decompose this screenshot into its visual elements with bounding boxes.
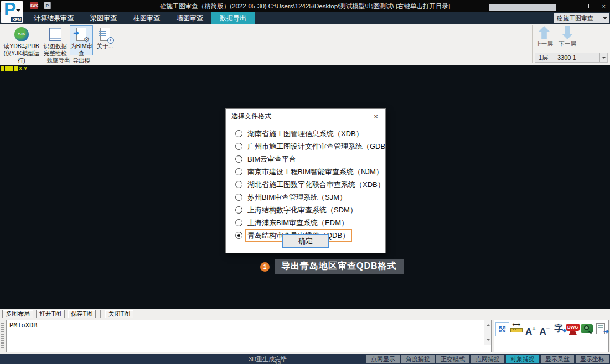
- doc-info-icon: i: [98, 27, 112, 41]
- floor-height-value: 3300 1: [557, 54, 599, 61]
- export-drawing-icon[interactable]: ➜: [594, 322, 608, 336]
- button-label: 识图数据: [44, 43, 67, 50]
- window-title: 砼施工图审查（精简版）(2022-05-30) C:\Users\12425\D…: [160, 2, 451, 11]
- button-label: 读YDB写PDB: [4, 43, 39, 50]
- drawing-data-integrity-check-button[interactable]: 识图数据 完整性检查: [42, 25, 69, 55]
- command-history-text: PMToXDB: [9, 322, 37, 330]
- level-down-label: 下一层: [559, 40, 576, 47]
- chevron-down-icon: [603, 17, 607, 22]
- close-tgraph-button[interactable]: 关闭T图: [105, 310, 133, 318]
- axis-label: X-Y: [19, 66, 27, 71]
- radio-label[interactable]: 湖北省施工图数字化联合审查系统（XDB）: [245, 178, 387, 191]
- text-decrease-icon[interactable]: A−: [538, 322, 552, 336]
- radio-option-shanghai-sdm[interactable]: 上海结构数字化审查系统（SDM）: [235, 204, 385, 216]
- level-down-button[interactable]: 下一层: [558, 26, 577, 48]
- read-ydb-write-pdb-button[interactable]: YJK 读YDB写PDB (仅YJK模型运行): [2, 25, 41, 55]
- drawing-canvas[interactable]: X-Y 选择文件格式 × 湖南省施工图管理信息系统（XDB） 广州市施工图设计文…: [0, 65, 610, 309]
- radio-option-pudong-edm[interactable]: 上海浦东BIM审查系统（EDM）: [235, 216, 385, 229]
- radio-option-hunan-xdb[interactable]: 湖南省施工图管理信息系统（XDB）: [235, 127, 385, 140]
- ribbon-group-label: 数据导出: [0, 56, 117, 64]
- toggle-grid-display[interactable]: 点网显示: [366, 355, 400, 363]
- view-search-icon[interactable]: [580, 322, 593, 336]
- radio-icon[interactable]: [235, 181, 242, 188]
- tab-data-export[interactable]: 数据导出: [211, 12, 255, 24]
- radio-label[interactable]: BIM云审查平台: [245, 153, 299, 166]
- radio-icon[interactable]: [235, 206, 242, 214]
- text-increase-icon[interactable]: A+: [524, 322, 537, 336]
- radio-icon[interactable]: [235, 155, 242, 163]
- radio-icon[interactable]: [235, 168, 242, 175]
- command-scrollbar[interactable]: [484, 320, 491, 345]
- level-up-label: 上一层: [535, 40, 553, 47]
- save-tgraph-button[interactable]: 保存T图: [68, 310, 96, 318]
- radio-icon[interactable]: [235, 194, 242, 201]
- format-option-list: 湖南省施工图管理信息系统（XDB） 广州市施工图设计文件审查管理系统（GDB） …: [226, 124, 385, 242]
- dialog-close-icon[interactable]: ×: [366, 109, 385, 124]
- dwg-export-icon[interactable]: DWG: [566, 322, 580, 336]
- restore-icon[interactable]: [588, 4, 593, 8]
- toggle-angle-snap[interactable]: 角度捕捉: [401, 355, 435, 363]
- scroll-down-icon[interactable]: [486, 339, 490, 343]
- multi-layout-button[interactable]: 多图布局: [2, 310, 33, 318]
- dialog-title: 选择文件格式: [226, 109, 385, 124]
- export-bim-review-model-button[interactable]: ➜⚙ 为BIM审查 导出模型: [70, 25, 94, 55]
- scroll-up-icon[interactable]: [486, 322, 490, 326]
- module-selector[interactable]: 砼施工图审查: [554, 13, 609, 23]
- radio-icon[interactable]: [235, 232, 242, 239]
- annotation-text: 导出青岛地区审查QDB格式: [275, 259, 404, 274]
- table-check-icon: [48, 27, 63, 41]
- about-button[interactable]: i 关于...: [94, 25, 116, 55]
- radio-option-guangzhou-gdb[interactable]: 广州市施工图设计文件审查管理系统（GDB）: [235, 140, 385, 153]
- radio-option-suzhou-sjm[interactable]: 苏州BIM审查管理系统（SJM）: [235, 191, 385, 204]
- ribbon: YJK 读YDB写PDB (仅YJK模型运行) 识图数据 完整性检查 ➜⚙ 为B…: [0, 24, 610, 65]
- arrow-down-icon: [562, 26, 573, 39]
- toggle-object-snap[interactable]: 对象捕捉: [506, 355, 539, 363]
- level-nav: 上一层 下一层: [535, 26, 577, 48]
- radio-icon[interactable]: [235, 143, 242, 150]
- level-up-button[interactable]: 上一层: [535, 26, 554, 48]
- text-move-icon[interactable]: 字✥: [552, 322, 566, 336]
- radio-option-nanjing-njm[interactable]: 南京市建设工程BIM智能审查系统（NJM）: [235, 165, 385, 178]
- file-format-dialog: 选择文件格式 × 湖南省施工图管理信息系统（XDB） 广州市施工图设计文件审查管…: [225, 108, 386, 253]
- window-controls: ×: [575, 0, 606, 12]
- radio-option-hubei-xdb[interactable]: 湖北省施工图数字化联合审查系统（XDB）: [235, 178, 385, 191]
- panel-drag-handle[interactable]: [1, 323, 4, 349]
- radio-icon[interactable]: [235, 130, 242, 137]
- toggle-crosshair[interactable]: 显示叉丝: [541, 355, 574, 363]
- minimize-icon[interactable]: [575, 8, 580, 8]
- radio-icon[interactable]: [235, 219, 242, 226]
- ribbon-group-data-export: YJK 读YDB写PDB (仅YJK模型运行) 识图数据 完整性检查 ➜⚙ 为B…: [0, 24, 117, 65]
- close-icon[interactable]: ×: [602, 0, 606, 12]
- tab-beam-review[interactable]: 梁图审查: [82, 12, 125, 24]
- ok-button[interactable]: 确定: [283, 235, 328, 248]
- radio-label[interactable]: 上海结构数字化审查系统（SDM）: [245, 204, 360, 217]
- axis-marks: X-Y: [1, 66, 27, 71]
- measure-icon[interactable]: ⟷: [510, 322, 524, 336]
- radio-option-bim-cloud[interactable]: BIM云审查平台: [235, 153, 385, 165]
- tab-wall-review[interactable]: 墙图审查: [168, 12, 211, 24]
- document-p-icon[interactable]: P: [44, 2, 51, 9]
- stamp-icon[interactable]: SWG: [30, 2, 38, 9]
- radio-label[interactable]: 苏州BIM审查管理系统（SJM）: [245, 191, 349, 204]
- tab-calc-result-review[interactable]: 计算结果审查: [25, 12, 82, 24]
- toggle-coordinates[interactable]: 显示坐标: [576, 355, 609, 363]
- command-history-box[interactable]: PMToXDB: [6, 320, 492, 345]
- command-input[interactable]: [6, 345, 492, 352]
- quick-access-toolbar: SWG P: [30, 2, 51, 9]
- annotation-callout: 1 导出青岛地区审查QDB格式: [260, 259, 404, 274]
- tgraph-toolbar: 多图布局 打开T图 保存T图 关闭T图: [0, 309, 610, 319]
- radio-label[interactable]: 上海浦东BIM审查系统（EDM）: [245, 216, 351, 230]
- pkpm-logo[interactable]: P KPM: [1, 1, 23, 23]
- radio-label[interactable]: 湖南省施工图管理信息系统（XDB）: [245, 127, 366, 141]
- radio-label[interactable]: 南京市建设工程BIM智能审查系统（NJM）: [245, 165, 386, 179]
- toggle-grid-snap[interactable]: 点网捕捉: [471, 355, 504, 363]
- open-tgraph-button[interactable]: 打开T图: [36, 310, 65, 318]
- floor-selector[interactable]: 1层 3300 1: [535, 53, 608, 63]
- radio-label[interactable]: 广州市施工图设计文件审查管理系统（GDB）: [245, 140, 395, 153]
- toggle-ortho-mode[interactable]: 正交模式: [436, 355, 469, 363]
- arrow-up-icon: [539, 26, 550, 39]
- fit-view-icon[interactable]: ⤢⤢: [495, 322, 509, 336]
- chevron-down-icon[interactable]: [599, 53, 607, 62]
- tab-column-review[interactable]: 柱图审查: [125, 12, 168, 24]
- command-panel: PMToXDB ⤢⤢ ⟷ A+ A− 字✥ DWG: [0, 319, 610, 354]
